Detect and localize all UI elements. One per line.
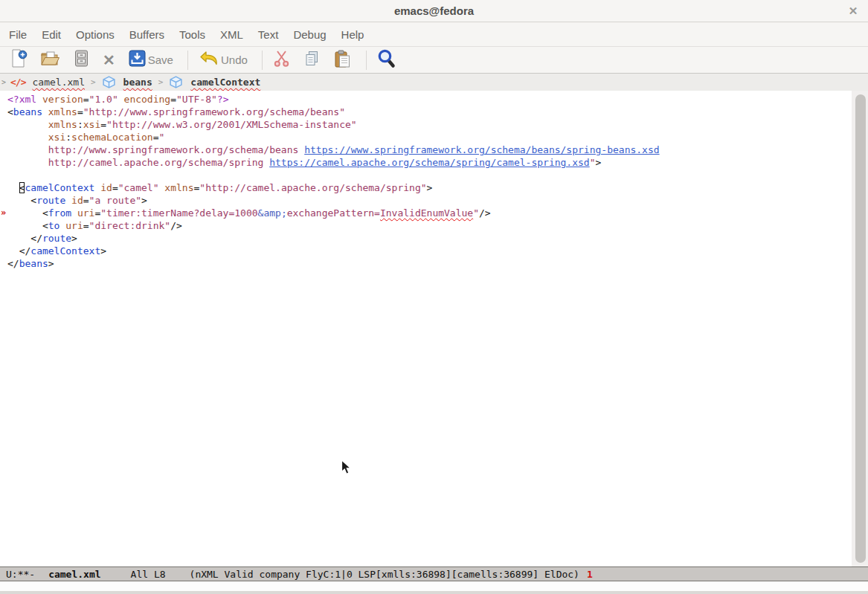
open-folder-icon [40,49,60,71]
save-button-label: Save [148,54,173,66]
code-line: <?xml version="1.0" encoding="UTF-8"?> [7,93,852,106]
code-line: <from uri="timer:timerName?delay=1000&am… [7,207,852,219]
isearch-button[interactable] [377,49,396,71]
cube-icon [102,76,116,88]
flycheck-error-token: InvalidEnumValue [380,207,473,219]
editor-window[interactable]: <?xml version="1.0" encoding="UTF-8"?><b… [0,91,868,566]
menu-file[interactable]: File [1,24,34,45]
code-line: </camelContext> [7,245,852,257]
mode-line: U:**- camel.xml All L8 (nXML Valid compa… [0,566,868,581]
magnifier-icon [377,48,396,71]
kill-buffer-button[interactable]: ✕ [103,49,115,71]
menu-edit[interactable]: Edit [34,24,68,45]
xsd-link[interactable]: https://www.springframework.org/schema/b… [304,144,659,155]
scrollbar[interactable] [852,91,868,566]
breadcrumb-item-file[interactable]: </> camel.xml [10,77,85,88]
cube-icon [169,76,183,88]
undo-arrow-icon [199,50,219,71]
code-line: </route> [7,232,852,245]
modeline-buffer-name: camel.xml [48,569,100,580]
tool-bar: ✕ Save Undo [0,46,868,74]
code-line: xsi:schemaLocation=" [7,131,852,143]
modeline-minor-modes: (nXML Valid company FlyC:1|0 LSP[xmlls:3… [190,569,579,580]
breadcrumb-separator: > [91,77,96,87]
save-buffer-button[interactable]: Save [128,49,173,71]
cut-button[interactable] [273,49,290,71]
xsd-link[interactable]: https://camel.apache.org/schema/spring/c… [269,157,589,168]
save-disk-icon [128,49,147,71]
copy-button[interactable] [303,49,321,71]
code-line: http://camel.apache.org/schema/spring ht… [7,156,852,169]
menu-debug[interactable]: Debug [286,24,333,45]
code-line [7,169,852,181]
breadcrumb-item-camelcontext[interactable]: camelContext [169,76,260,88]
code-buffer[interactable]: <?xml version="1.0" encoding="UTF-8"?><b… [0,91,852,566]
fringe-error-icon: » [1,207,7,219]
modeline-position: All L8 [131,569,166,580]
breadcrumb-camelcontext-label: camelContext [190,77,260,88]
menu-help[interactable]: Help [334,24,372,45]
breadcrumb-prefix: > [1,78,6,86]
menu-options[interactable]: Options [68,24,122,45]
code-line: xmlns:xsi="http://www.w3.org/2001/XMLSch… [7,118,852,131]
breadcrumb-separator: > [158,77,164,87]
menu-bar: FileEditOptionsBuffersToolsXMLTextDebugH… [0,22,868,46]
scissors-icon [273,49,290,71]
menu-tools[interactable]: Tools [172,24,213,45]
window-title: emacs@fedora [0,4,868,17]
code-tag-icon: </> [10,77,25,88]
modeline-error-count: 1 [587,569,593,580]
menu-text[interactable]: Text [251,24,286,45]
close-icon[interactable]: ✕ [846,4,861,19]
breadcrumb: > </> camel.xml > beans > camelCont [0,74,868,91]
copy-pages-icon [303,50,321,71]
code-line: http://www.springframework.org/schema/be… [7,143,852,156]
close-x-icon: ✕ [103,51,115,70]
open-file-button[interactable] [40,49,60,71]
new-file-icon [10,48,28,71]
toolbar-separator [187,51,188,70]
new-file-button[interactable] [10,49,28,71]
clipboard-icon [333,49,352,71]
breadcrumb-item-beans[interactable]: beans [102,76,152,88]
toolbar-separator [262,51,263,70]
emacs-window: emacs@fedora ✕ FileEditOptionsBuffersToo… [0,0,868,594]
undo-button[interactable]: Undo [199,49,248,71]
breadcrumb-file-label: camel.xml [33,77,85,88]
dired-button[interactable] [73,49,90,71]
scrollbar-thumb[interactable] [855,94,866,563]
mouse-pointer [341,459,352,478]
toolbar-separator [366,51,367,70]
menu-buffers[interactable]: Buffers [122,24,172,45]
echo-area[interactable] [0,581,868,594]
menu-xml[interactable]: XML [213,24,251,45]
code-line: </beans> [7,257,852,270]
code-line: <to uri="direct:drink"/> [7,219,852,232]
code-line: <camelContext id="camel" xmlns="http://c… [7,181,852,194]
undo-button-label: Undo [221,54,248,66]
breadcrumb-beans-label: beans [123,77,152,88]
code-line: <route id="a route"> [7,194,852,207]
modeline-coding-flags: U:**- [6,569,35,580]
file-cabinet-icon [73,49,90,71]
title-bar: emacs@fedora ✕ [0,0,868,22]
code-line: <beans xmlns="http://www.springframework… [7,106,852,118]
paste-button[interactable] [333,49,352,71]
